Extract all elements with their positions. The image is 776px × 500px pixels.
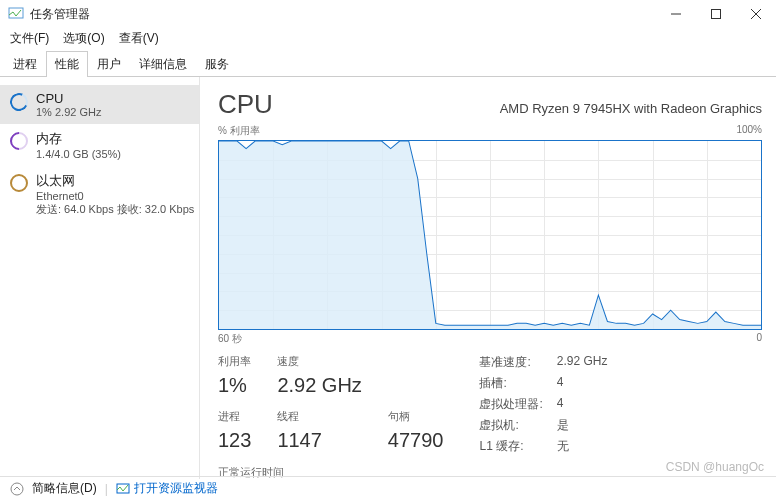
taskmgr-icon: [8, 6, 24, 22]
sidebar-cpu-sub: 1% 2.92 GHz: [36, 106, 101, 118]
threads-value: 1147: [277, 429, 361, 455]
handles-label: 句柄: [388, 409, 444, 427]
util-value: 1%: [218, 374, 251, 400]
fewer-details-button[interactable]: 简略信息(D): [32, 480, 97, 497]
tab-performance[interactable]: 性能: [46, 51, 88, 77]
l1-label: L1 缓存:: [479, 438, 542, 455]
tab-processes[interactable]: 进程: [4, 51, 46, 77]
axis-bottom-left: 60 秒: [218, 332, 242, 346]
base-speed-value: 2.92 GHz: [557, 354, 608, 371]
menu-options[interactable]: 选项(O): [63, 30, 104, 47]
sidebar-item-cpu[interactable]: CPU 1% 2.92 GHz: [0, 85, 199, 124]
vproc-label: 虚拟处理器:: [479, 396, 542, 413]
sockets-label: 插槽:: [479, 375, 542, 392]
watermark: CSDN @huangOc: [666, 460, 764, 474]
axis-top-right: 100%: [736, 124, 762, 138]
sockets-value: 4: [557, 375, 608, 392]
open-resmon-link[interactable]: 打开资源监视器: [116, 480, 218, 497]
tab-services[interactable]: 服务: [196, 51, 238, 77]
axis-bottom-right: 0: [756, 332, 762, 346]
sidebar: CPU 1% 2.92 GHz 内存 1.4/4.0 GB (35%) 以太网 …: [0, 77, 200, 479]
memory-ring-icon: [6, 128, 31, 153]
handles-value: 47790: [388, 429, 444, 455]
maximize-button[interactable]: [696, 0, 736, 28]
tab-users[interactable]: 用户: [88, 51, 130, 77]
open-resmon-label: 打开资源监视器: [134, 480, 218, 497]
axis-top-left: % 利用率: [218, 124, 260, 138]
sidebar-mem-sub: 1.4/4.0 GB (35%): [36, 148, 121, 160]
cpu-model: AMD Ryzen 9 7945HX with Radeon Graphics: [500, 101, 762, 116]
separator: |: [105, 482, 108, 496]
svg-point-5: [11, 483, 23, 495]
close-button[interactable]: [736, 0, 776, 28]
threads-label: 线程: [277, 409, 361, 427]
speed-label: 速度: [277, 354, 361, 372]
tab-details[interactable]: 详细信息: [130, 51, 196, 77]
menu-view[interactable]: 查看(V): [119, 30, 159, 47]
proc-label: 进程: [218, 409, 251, 427]
l1-value: 无: [557, 438, 608, 455]
sidebar-item-memory[interactable]: 内存 1.4/4.0 GB (35%): [0, 124, 199, 166]
vm-value: 是: [557, 417, 608, 434]
proc-value: 123: [218, 429, 251, 455]
window-title: 任务管理器: [30, 6, 90, 23]
minimize-button[interactable]: [656, 0, 696, 28]
sidebar-eth-title: 以太网: [36, 172, 194, 190]
ethernet-ring-icon: [10, 174, 28, 192]
vm-label: 虚拟机:: [479, 417, 542, 434]
vproc-value: 4: [557, 396, 608, 413]
sidebar-eth-sub: Ethernet0: [36, 190, 194, 202]
util-label: 利用率: [218, 354, 251, 372]
main-panel: CPU AMD Ryzen 9 7945HX with Radeon Graph…: [200, 77, 776, 479]
page-heading: CPU: [218, 89, 273, 120]
sidebar-item-ethernet[interactable]: 以太网 Ethernet0 发送: 64.0 Kbps 接收: 32.0 Kbp…: [0, 166, 199, 223]
sidebar-eth-sub2: 发送: 64.0 Kbps 接收: 32.0 Kbps: [36, 202, 194, 217]
base-speed-label: 基准速度:: [479, 354, 542, 371]
speed-value: 2.92 GHz: [277, 374, 361, 400]
cpu-chart: [218, 140, 762, 330]
sidebar-mem-title: 内存: [36, 130, 121, 148]
svg-rect-2: [712, 10, 721, 19]
cpu-ring-icon: [7, 90, 30, 113]
resmon-icon: [116, 482, 130, 496]
sidebar-cpu-title: CPU: [36, 91, 101, 106]
menu-file[interactable]: 文件(F): [10, 30, 49, 47]
chevron-up-icon: [10, 482, 24, 496]
